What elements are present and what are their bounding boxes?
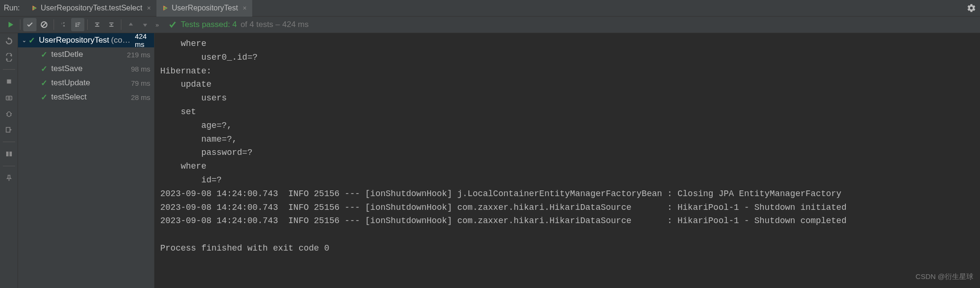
passed-count: 4 [232, 20, 237, 29]
test-time: 79 ms [131, 79, 150, 87]
svg-marker-24 [10, 54, 11, 57]
separator [3, 166, 15, 166]
svg-marker-17 [96, 24, 98, 25]
collapse-all-button[interactable] [105, 18, 118, 31]
check-icon: ✓ [41, 92, 47, 102]
svg-marker-22 [143, 24, 147, 27]
bug-icon[interactable] [3, 108, 15, 120]
pin-icon[interactable] [3, 172, 15, 184]
test-name: testUpdate [51, 78, 90, 88]
stop-icon[interactable] [3, 75, 15, 88]
test-name: testDetle [51, 50, 83, 59]
check-icon: ✓ [41, 50, 47, 60]
svg-marker-35 [10, 129, 12, 131]
rerun-button[interactable] [4, 18, 17, 31]
tree-item[interactable]: ✓ testSelect 28 ms [18, 90, 154, 104]
run-config-icon [162, 5, 169, 11]
tree-item[interactable]: ✓ testSave 98 ms [18, 62, 154, 76]
test-class-pkg: (com.exar [111, 36, 135, 45]
test-class-time: 424 ms [135, 33, 150, 48]
show-ignored-button[interactable] [37, 18, 51, 31]
status-suffix: of 4 tests – 424 ms [240, 20, 309, 29]
svg-rect-36 [6, 152, 9, 156]
close-icon[interactable]: × [243, 4, 247, 12]
tab-run-config-0[interactable]: UserRepositoryTest.testSelect × [26, 0, 157, 17]
status-label: Tests passed: [181, 20, 230, 29]
chevron-down-icon[interactable]: ⌄ [22, 37, 27, 44]
main-area: ⌄ ✓ UserRepositoryTest (com.exar 424 ms … [0, 33, 980, 288]
layout-icon[interactable] [3, 148, 15, 160]
test-time: 98 ms [131, 65, 150, 73]
tab-run-config-1[interactable]: UserRepositoryTest × [156, 0, 252, 17]
test-time: 28 ms [131, 93, 150, 101]
overflow-icon[interactable]: » [156, 21, 159, 28]
toggle-auto-test-icon[interactable] [3, 51, 15, 63]
separator [121, 19, 121, 30]
tab-label: UserRepositoryTest.testSelect [41, 4, 142, 12]
separator [3, 69, 15, 70]
test-name: testSelect [51, 92, 87, 102]
watermark: CSDN @衍生星球 [916, 272, 973, 281]
run-label: Run: [4, 4, 20, 12]
check-icon: ✓ [41, 78, 47, 88]
sort-alpha-button[interactable]: ↓az [57, 18, 70, 31]
dump-threads-icon[interactable] [3, 91, 15, 104]
tree-item[interactable]: ✓ testDetle 219 ms [18, 47, 154, 62]
svg-point-29 [7, 112, 11, 117]
separator [87, 19, 88, 30]
test-status: Tests passed: 4 of 4 tests – 424 ms [168, 20, 309, 29]
console-output[interactable]: where user0_.id=? Hibernate: update user… [155, 33, 980, 288]
test-tree: ⌄ ✓ UserRepositoryTest (com.exar 424 ms … [18, 33, 155, 288]
svg-line-32 [7, 115, 8, 116]
next-failed-button[interactable] [138, 18, 152, 31]
svg-rect-34 [6, 127, 10, 132]
svg-marker-4 [9, 22, 13, 27]
gear-icon[interactable] [967, 3, 976, 13]
svg-rect-26 [7, 80, 11, 84]
close-icon[interactable]: × [147, 4, 151, 12]
sort-duration-button[interactable] [71, 18, 84, 31]
run-config-icon [31, 5, 38, 11]
show-passed-button[interactable] [23, 18, 37, 31]
separator [54, 19, 54, 30]
svg-line-6 [42, 23, 46, 27]
separator [3, 142, 15, 142]
svg-marker-20 [110, 24, 112, 26]
check-icon: ✓ [41, 64, 47, 74]
check-icon [168, 20, 177, 29]
tree-root[interactable]: ⌄ ✓ UserRepositoryTest (com.exar 424 ms [18, 33, 154, 47]
exit-icon[interactable] [3, 124, 15, 136]
prev-failed-button[interactable] [124, 18, 137, 31]
svg-marker-23 [7, 37, 9, 40]
svg-text:z: z [63, 21, 64, 24]
check-icon: ✓ [28, 36, 35, 45]
tree-item[interactable]: ✓ testUpdate 79 ms [18, 76, 154, 90]
left-gutter [0, 33, 18, 288]
test-class-name: UserRepositoryTest [39, 36, 109, 45]
tab-label: UserRepositoryTest [172, 4, 238, 12]
svg-marker-21 [129, 23, 133, 26]
svg-text:↓: ↓ [61, 21, 63, 25]
test-time: 219 ms [127, 51, 150, 59]
run-tab-bar: Run: UserRepositoryTest.testSelect × Use… [0, 0, 980, 17]
svg-rect-37 [9, 152, 12, 156]
test-name: testSave [51, 64, 82, 73]
svg-marker-11 [75, 26, 77, 27]
expand-all-button[interactable] [91, 18, 104, 31]
svg-point-28 [8, 97, 10, 99]
test-toolbar: ↓az » Tests passed: 4 of 4 tests – 424 m… [0, 17, 980, 33]
separator [20, 19, 20, 30]
svg-rect-27 [6, 96, 12, 100]
svg-marker-25 [6, 58, 8, 61]
svg-line-33 [10, 115, 11, 116]
rerun-failed-icon[interactable] [3, 35, 15, 47]
